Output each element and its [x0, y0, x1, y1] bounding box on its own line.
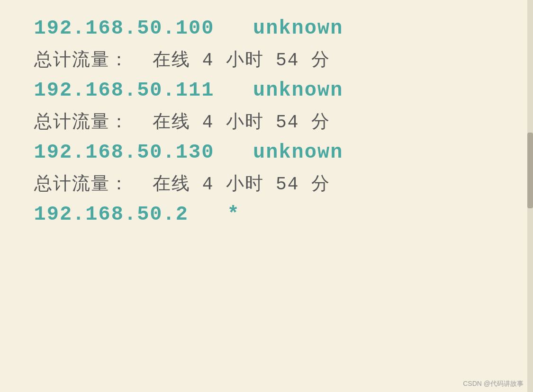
entry-block-3: 192.168.50.130 unknown 总计流量： 在线 4 小时 54 …	[34, 141, 499, 196]
ip-value-3: 192.168.50.130	[34, 141, 215, 164]
traffic-line-1: 总计流量： 在线 4 小时 54 分	[34, 47, 499, 71]
traffic-label-1: 总计流量：	[34, 49, 129, 69]
online-text-3: 在线	[153, 173, 190, 193]
minutes-1: 54	[276, 50, 299, 71]
entry-block-1: 192.168.50.100 unknown 总计流量： 在线 4 小时 54 …	[34, 17, 499, 71]
hours-3: 4	[202, 174, 214, 195]
main-content: 192.168.50.100 unknown 总计流量： 在线 4 小时 54 …	[10, 0, 523, 243]
traffic-line-3: 总计流量： 在线 4 小时 54 分	[34, 171, 499, 196]
hours-2: 4	[202, 112, 214, 133]
traffic-label-3: 总计流量：	[34, 173, 129, 193]
scrollbar-thumb[interactable]	[527, 133, 533, 208]
minutes-unit-1: 分	[311, 49, 330, 69]
traffic-label-2: 总计流量：	[34, 111, 129, 131]
scrollbar[interactable]	[527, 0, 533, 392]
ip-value-4: 192.168.50.2	[34, 203, 189, 226]
ip-address-4: 192.168.50.2 *	[34, 203, 499, 226]
ip-address-1: 192.168.50.100 unknown	[34, 17, 499, 40]
minutes-unit-3: 分	[311, 173, 330, 193]
ip-value-1: 192.168.50.100	[34, 17, 215, 40]
hours-unit-2: 小时	[226, 111, 264, 131]
entry-block-4: 192.168.50.2 *	[34, 203, 499, 226]
watermark: CSDN @代码讲故事	[463, 380, 524, 388]
hostname-2: unknown	[253, 79, 343, 102]
minutes-2: 54	[276, 112, 299, 133]
traffic-line-2: 总计流量： 在线 4 小时 54 分	[34, 109, 499, 134]
entry-block-2: 192.168.50.111 unknown 总计流量： 在线 4 小时 54 …	[34, 79, 499, 134]
hostname-3: unknown	[253, 141, 343, 164]
hostname-4: *	[227, 203, 240, 226]
online-text-1: 在线	[153, 49, 190, 69]
online-text-2: 在线	[153, 111, 190, 131]
hours-unit-1: 小时	[226, 49, 264, 69]
hours-unit-3: 小时	[226, 173, 264, 193]
hostname-1: unknown	[253, 17, 343, 40]
ip-value-2: 192.168.50.111	[34, 79, 215, 102]
minutes-unit-2: 分	[311, 111, 330, 131]
hours-1: 4	[202, 50, 214, 71]
minutes-3: 54	[276, 174, 299, 195]
ip-address-2: 192.168.50.111 unknown	[34, 79, 499, 102]
ip-address-3: 192.168.50.130 unknown	[34, 141, 499, 164]
